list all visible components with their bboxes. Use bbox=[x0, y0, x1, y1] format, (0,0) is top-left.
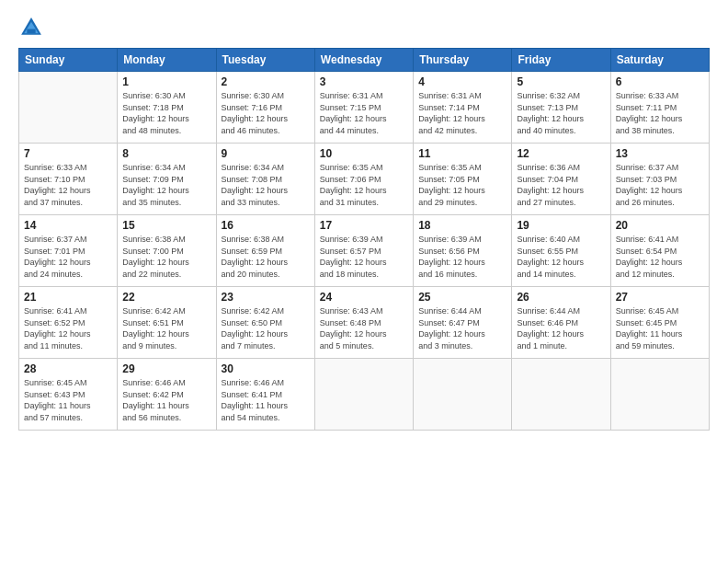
calendar-week-row: 1Sunrise: 6:30 AM Sunset: 7:18 PM Daylig… bbox=[19, 72, 710, 144]
day-number: 29 bbox=[122, 362, 210, 375]
day-info: Sunrise: 6:45 AM Sunset: 6:43 PM Dayligh… bbox=[24, 377, 112, 423]
calendar-cell: 30Sunrise: 6:46 AM Sunset: 6:41 PM Dayli… bbox=[216, 359, 314, 431]
calendar-cell: 11Sunrise: 6:35 AM Sunset: 7:05 PM Dayli… bbox=[414, 144, 512, 215]
calendar-cell: 29Sunrise: 6:46 AM Sunset: 6:42 PM Dayli… bbox=[118, 359, 216, 431]
calendar-cell: 12Sunrise: 6:36 AM Sunset: 7:04 PM Dayli… bbox=[512, 144, 610, 215]
calendar-week-row: 21Sunrise: 6:41 AM Sunset: 6:52 PM Dayli… bbox=[19, 287, 710, 359]
calendar-cell: 1Sunrise: 6:30 AM Sunset: 7:18 PM Daylig… bbox=[118, 72, 216, 144]
calendar-cell: 24Sunrise: 6:43 AM Sunset: 6:48 PM Dayli… bbox=[314, 287, 413, 359]
calendar-cell bbox=[414, 359, 512, 431]
calendar-cell: 15Sunrise: 6:38 AM Sunset: 7:00 PM Dayli… bbox=[118, 215, 216, 287]
calendar-cell: 3Sunrise: 6:31 AM Sunset: 7:15 PM Daylig… bbox=[314, 72, 413, 144]
page: SundayMondayTuesdayWednesdayThursdayFrid… bbox=[0, 0, 728, 563]
day-number: 19 bbox=[517, 219, 605, 232]
calendar-cell: 25Sunrise: 6:44 AM Sunset: 6:47 PM Dayli… bbox=[414, 287, 512, 359]
calendar-cell bbox=[610, 359, 709, 431]
day-info: Sunrise: 6:30 AM Sunset: 7:16 PM Dayligh… bbox=[222, 90, 310, 136]
day-info: Sunrise: 6:38 AM Sunset: 6:59 PM Dayligh… bbox=[222, 234, 310, 280]
day-number: 14 bbox=[24, 219, 112, 232]
calendar-cell bbox=[314, 359, 413, 431]
day-info: Sunrise: 6:38 AM Sunset: 7:00 PM Dayligh… bbox=[122, 234, 210, 280]
day-number: 17 bbox=[320, 219, 408, 232]
day-number: 13 bbox=[616, 147, 704, 160]
day-info: Sunrise: 6:39 AM Sunset: 6:56 PM Dayligh… bbox=[418, 234, 506, 280]
day-number: 9 bbox=[222, 147, 310, 160]
day-info: Sunrise: 6:44 AM Sunset: 6:47 PM Dayligh… bbox=[418, 305, 506, 351]
day-number: 16 bbox=[222, 219, 310, 232]
day-info: Sunrise: 6:33 AM Sunset: 7:10 PM Dayligh… bbox=[24, 162, 112, 208]
day-info: Sunrise: 6:46 AM Sunset: 6:41 PM Dayligh… bbox=[222, 377, 310, 423]
calendar-week-row: 7Sunrise: 6:33 AM Sunset: 7:10 PM Daylig… bbox=[19, 144, 710, 215]
day-number: 3 bbox=[320, 75, 408, 88]
calendar-cell: 6Sunrise: 6:33 AM Sunset: 7:11 PM Daylig… bbox=[610, 72, 709, 144]
day-number: 7 bbox=[24, 147, 112, 160]
day-number: 10 bbox=[320, 147, 408, 160]
day-info: Sunrise: 6:42 AM Sunset: 6:51 PM Dayligh… bbox=[122, 305, 210, 351]
day-number: 23 bbox=[222, 291, 310, 304]
calendar-week-row: 28Sunrise: 6:45 AM Sunset: 6:43 PM Dayli… bbox=[19, 359, 710, 431]
day-info: Sunrise: 6:40 AM Sunset: 6:55 PM Dayligh… bbox=[517, 234, 605, 280]
calendar-cell: 10Sunrise: 6:35 AM Sunset: 7:06 PM Dayli… bbox=[314, 144, 413, 215]
logo bbox=[18, 15, 48, 40]
calendar-cell: 22Sunrise: 6:42 AM Sunset: 6:51 PM Dayli… bbox=[118, 287, 216, 359]
calendar-cell: 18Sunrise: 6:39 AM Sunset: 6:56 PM Dayli… bbox=[414, 215, 512, 287]
day-number: 21 bbox=[24, 291, 112, 304]
day-number: 8 bbox=[122, 147, 210, 160]
day-info: Sunrise: 6:32 AM Sunset: 7:13 PM Dayligh… bbox=[517, 90, 605, 136]
day-info: Sunrise: 6:36 AM Sunset: 7:04 PM Dayligh… bbox=[517, 162, 605, 208]
calendar-cell: 16Sunrise: 6:38 AM Sunset: 6:59 PM Dayli… bbox=[216, 215, 314, 287]
weekday-header: Monday bbox=[118, 49, 216, 72]
day-info: Sunrise: 6:37 AM Sunset: 7:01 PM Dayligh… bbox=[24, 234, 112, 280]
weekday-header: Sunday bbox=[19, 49, 118, 72]
weekday-header: Wednesday bbox=[314, 49, 413, 72]
day-number: 4 bbox=[418, 75, 506, 88]
day-info: Sunrise: 6:33 AM Sunset: 7:11 PM Dayligh… bbox=[616, 90, 704, 136]
day-info: Sunrise: 6:43 AM Sunset: 6:48 PM Dayligh… bbox=[320, 305, 408, 351]
calendar-cell: 5Sunrise: 6:32 AM Sunset: 7:13 PM Daylig… bbox=[512, 72, 610, 144]
calendar-cell: 23Sunrise: 6:42 AM Sunset: 6:50 PM Dayli… bbox=[216, 287, 314, 359]
day-number: 26 bbox=[517, 291, 605, 304]
weekday-header: Saturday bbox=[610, 49, 709, 72]
day-number: 6 bbox=[616, 75, 704, 88]
calendar-cell: 8Sunrise: 6:34 AM Sunset: 7:09 PM Daylig… bbox=[118, 144, 216, 215]
day-info: Sunrise: 6:37 AM Sunset: 7:03 PM Dayligh… bbox=[616, 162, 704, 208]
day-number: 1 bbox=[122, 75, 210, 88]
weekday-header: Tuesday bbox=[216, 49, 314, 72]
day-info: Sunrise: 6:41 AM Sunset: 6:54 PM Dayligh… bbox=[616, 234, 704, 280]
calendar-cell: 20Sunrise: 6:41 AM Sunset: 6:54 PM Dayli… bbox=[610, 215, 709, 287]
day-info: Sunrise: 6:41 AM Sunset: 6:52 PM Dayligh… bbox=[24, 305, 112, 351]
day-info: Sunrise: 6:35 AM Sunset: 7:06 PM Dayligh… bbox=[320, 162, 408, 208]
day-number: 25 bbox=[418, 291, 506, 304]
day-info: Sunrise: 6:44 AM Sunset: 6:46 PM Dayligh… bbox=[517, 305, 605, 351]
svg-rect-2 bbox=[27, 29, 35, 34]
day-number: 11 bbox=[418, 147, 506, 160]
logo-icon bbox=[18, 15, 44, 40]
day-info: Sunrise: 6:31 AM Sunset: 7:15 PM Dayligh… bbox=[320, 90, 408, 136]
calendar-cell: 19Sunrise: 6:40 AM Sunset: 6:55 PM Dayli… bbox=[512, 215, 610, 287]
calendar-week-row: 14Sunrise: 6:37 AM Sunset: 7:01 PM Dayli… bbox=[19, 215, 710, 287]
calendar-cell: 14Sunrise: 6:37 AM Sunset: 7:01 PM Dayli… bbox=[19, 215, 118, 287]
calendar-cell: 21Sunrise: 6:41 AM Sunset: 6:52 PM Dayli… bbox=[19, 287, 118, 359]
day-info: Sunrise: 6:42 AM Sunset: 6:50 PM Dayligh… bbox=[222, 305, 310, 351]
day-number: 28 bbox=[24, 362, 112, 375]
day-info: Sunrise: 6:34 AM Sunset: 7:09 PM Dayligh… bbox=[122, 162, 210, 208]
calendar-cell: 26Sunrise: 6:44 AM Sunset: 6:46 PM Dayli… bbox=[512, 287, 610, 359]
day-info: Sunrise: 6:30 AM Sunset: 7:18 PM Dayligh… bbox=[122, 90, 210, 136]
day-number: 27 bbox=[616, 291, 704, 304]
day-number: 22 bbox=[122, 291, 210, 304]
header bbox=[18, 15, 710, 40]
calendar-cell: 17Sunrise: 6:39 AM Sunset: 6:57 PM Dayli… bbox=[314, 215, 413, 287]
day-number: 5 bbox=[517, 75, 605, 88]
calendar-cell bbox=[19, 72, 118, 144]
day-info: Sunrise: 6:39 AM Sunset: 6:57 PM Dayligh… bbox=[320, 234, 408, 280]
day-number: 15 bbox=[122, 219, 210, 232]
calendar-cell: 28Sunrise: 6:45 AM Sunset: 6:43 PM Dayli… bbox=[19, 359, 118, 431]
calendar-cell: 4Sunrise: 6:31 AM Sunset: 7:14 PM Daylig… bbox=[414, 72, 512, 144]
calendar-table: SundayMondayTuesdayWednesdayThursdayFrid… bbox=[18, 48, 710, 431]
day-info: Sunrise: 6:46 AM Sunset: 6:42 PM Dayligh… bbox=[122, 377, 210, 423]
weekday-header: Friday bbox=[512, 49, 610, 72]
calendar-header-row: SundayMondayTuesdayWednesdayThursdayFrid… bbox=[19, 49, 710, 72]
calendar-cell bbox=[512, 359, 610, 431]
calendar-cell: 9Sunrise: 6:34 AM Sunset: 7:08 PM Daylig… bbox=[216, 144, 314, 215]
calendar-cell: 7Sunrise: 6:33 AM Sunset: 7:10 PM Daylig… bbox=[19, 144, 118, 215]
